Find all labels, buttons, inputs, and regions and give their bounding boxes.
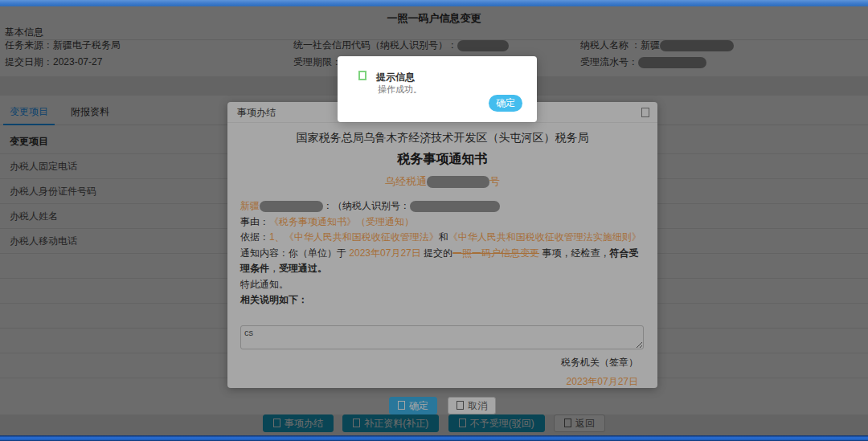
window-bottom-bar xyxy=(0,435,868,441)
window-top-bar xyxy=(0,0,868,6)
app-window: 一照一码户信息变更 基本信息 任务来源：新疆电子税务局 统一社会信用代码（纳税人… xyxy=(0,0,868,441)
success-toast: 提示信息 操作成功。 确定 xyxy=(338,56,537,122)
toast-title: 提示信息 xyxy=(376,71,415,84)
toast-confirm-button[interactable]: 确定 xyxy=(489,95,522,112)
toast-message: 操作成功。 xyxy=(378,84,422,96)
success-icon xyxy=(358,71,366,80)
